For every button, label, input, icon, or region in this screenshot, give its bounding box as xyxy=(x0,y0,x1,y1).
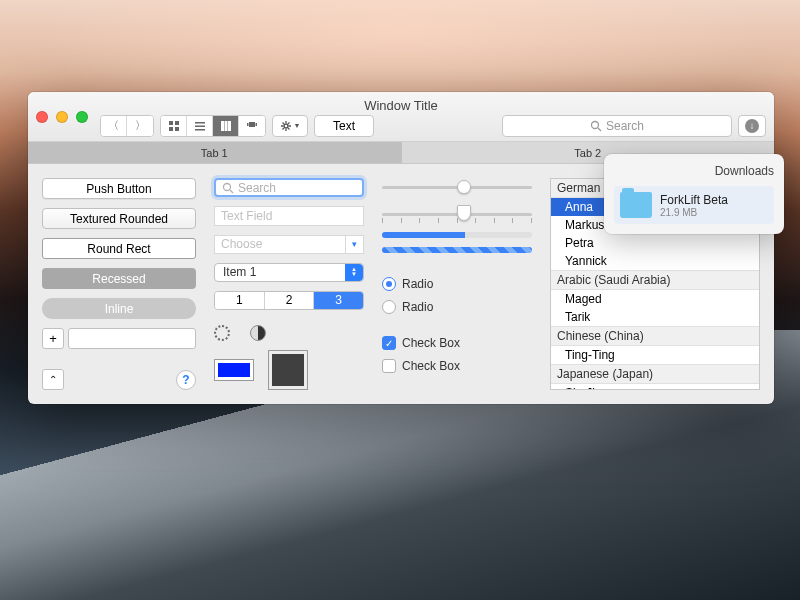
search-input[interactable]: Search xyxy=(214,178,364,197)
checkbox-label: Check Box xyxy=(402,359,460,373)
traffic-lights xyxy=(36,111,88,123)
radio-option-2[interactable]: Radio xyxy=(382,300,532,314)
search-placeholder: Search xyxy=(606,119,644,133)
image-well[interactable] xyxy=(268,350,308,390)
list-item[interactable]: Ting-Ting xyxy=(551,346,759,364)
action-menu-button[interactable]: ▼ xyxy=(272,115,308,137)
downloads-button[interactable]: ↓ xyxy=(738,115,766,137)
search-icon xyxy=(590,120,602,132)
main-window: Window Title 〈 〉 xyxy=(28,92,774,404)
svg-rect-11 xyxy=(247,123,249,126)
toolbar-text-button[interactable]: Text xyxy=(314,115,374,137)
back-button[interactable]: 〈 xyxy=(101,116,127,136)
color-well[interactable] xyxy=(214,359,254,381)
checkbox-icon: ✓ xyxy=(382,336,396,350)
spinner-row xyxy=(214,325,364,341)
download-item[interactable]: ForkLift Beta 21.9 MB xyxy=(614,186,774,224)
push-button[interactable]: Push Button xyxy=(42,178,196,199)
progress-indeterminate xyxy=(382,247,532,253)
combo-placeholder: Choose xyxy=(221,237,262,251)
gear-icon xyxy=(280,120,292,132)
round-rect-button[interactable]: Round Rect xyxy=(42,238,196,259)
list-item[interactable]: Yannick xyxy=(551,252,759,270)
popup-value: Item 1 xyxy=(223,265,256,279)
fields-column: Search Text Field Choose ▾ Item 1 ▲▼ 1 2… xyxy=(214,178,364,390)
toolbar: 〈 〉 ▼ Text xyxy=(100,115,766,137)
svg-rect-9 xyxy=(228,121,231,131)
help-button[interactable]: ? xyxy=(176,370,196,390)
checkbox-1[interactable]: ✓ Check Box xyxy=(382,336,532,350)
view-list-button[interactable] xyxy=(187,116,213,136)
window-title: Window Title xyxy=(28,98,774,113)
text-field[interactable]: Text Field xyxy=(214,206,364,225)
svg-line-17 xyxy=(230,190,233,193)
svg-rect-5 xyxy=(195,125,205,127)
download-name: ForkLift Beta xyxy=(660,193,728,207)
list-item[interactable]: Tarik xyxy=(551,308,759,326)
svg-point-16 xyxy=(224,183,231,190)
download-icon: ↓ xyxy=(745,119,759,133)
segment-3[interactable]: 3 xyxy=(314,292,363,309)
search-icon xyxy=(222,182,234,194)
tab-1[interactable]: Tab 1 xyxy=(28,142,402,163)
textured-rounded-button[interactable]: Textured Rounded xyxy=(42,208,196,229)
download-size: 21.9 MB xyxy=(660,207,728,218)
close-window-button[interactable] xyxy=(36,111,48,123)
view-mode-segmented xyxy=(160,115,266,137)
segment-2[interactable]: 2 xyxy=(265,292,315,309)
segmented-control: 1 2 3 xyxy=(214,291,364,310)
list-icon xyxy=(194,120,206,132)
view-icon-button[interactable] xyxy=(161,116,187,136)
slider-continuous[interactable] xyxy=(382,178,532,196)
progress-bar xyxy=(382,232,532,238)
svg-rect-2 xyxy=(169,127,173,131)
radio-option-1[interactable]: Radio xyxy=(382,277,532,291)
combo-box[interactable]: Choose ▾ xyxy=(214,235,364,254)
view-column-button[interactable] xyxy=(213,116,239,136)
chevron-down-icon: ▾ xyxy=(345,236,363,253)
checkbox-icon xyxy=(382,359,396,373)
svg-rect-10 xyxy=(249,122,255,127)
svg-point-13 xyxy=(284,124,288,128)
svg-rect-1 xyxy=(175,121,179,125)
titlebar: Window Title 〈 〉 xyxy=(28,92,774,142)
downloads-popover: Downloads ForkLift Beta 21.9 MB xyxy=(604,154,784,234)
svg-rect-7 xyxy=(221,121,224,131)
list-header: Japanese (Japan) xyxy=(551,364,759,384)
wells-row xyxy=(214,350,364,390)
list-header: Arabic (Saudi Arabia) xyxy=(551,270,759,290)
list-item[interactable]: Petra xyxy=(551,234,759,252)
checkbox-label: Check Box xyxy=(402,336,460,350)
svg-point-14 xyxy=(591,121,598,128)
svg-line-15 xyxy=(598,128,601,131)
minimize-window-button[interactable] xyxy=(56,111,68,123)
bottom-controls: ⌃ ? xyxy=(42,369,196,390)
forward-button[interactable]: 〉 xyxy=(127,116,153,136)
add-button[interactable]: + xyxy=(42,328,64,349)
stepper-field[interactable] xyxy=(68,328,196,349)
grid-icon xyxy=(168,120,180,132)
zoom-window-button[interactable] xyxy=(76,111,88,123)
sliders-column: Radio Radio ✓ Check Box Check Box xyxy=(382,178,532,390)
svg-rect-4 xyxy=(195,122,205,124)
popover-title: Downloads xyxy=(614,164,774,178)
toolbar-search-field[interactable]: Search xyxy=(502,115,732,137)
checkbox-2[interactable]: Check Box xyxy=(382,359,532,373)
search-placeholder-label: Search xyxy=(238,181,276,195)
spinner-icon xyxy=(214,325,230,341)
inline-button[interactable]: Inline xyxy=(42,298,196,319)
disclosure-button[interactable]: ⌃ xyxy=(42,369,64,390)
popup-button[interactable]: Item 1 ▲▼ xyxy=(214,263,364,282)
coverflow-icon xyxy=(246,120,258,132)
svg-rect-6 xyxy=(195,129,205,131)
buttons-column: Push Button Textured Rounded Round Rect … xyxy=(42,178,196,390)
view-coverflow-button[interactable] xyxy=(239,116,265,136)
segment-1[interactable]: 1 xyxy=(215,292,265,309)
recessed-button[interactable]: Recessed xyxy=(42,268,196,289)
slider-ticks[interactable] xyxy=(382,205,532,223)
list-item[interactable]: Maged xyxy=(551,290,759,308)
radio-label: Radio xyxy=(402,300,433,314)
list-item[interactable]: Sin-Ji xyxy=(551,384,759,390)
radio-label: Radio xyxy=(402,277,433,291)
stepper-row: + xyxy=(42,328,196,349)
